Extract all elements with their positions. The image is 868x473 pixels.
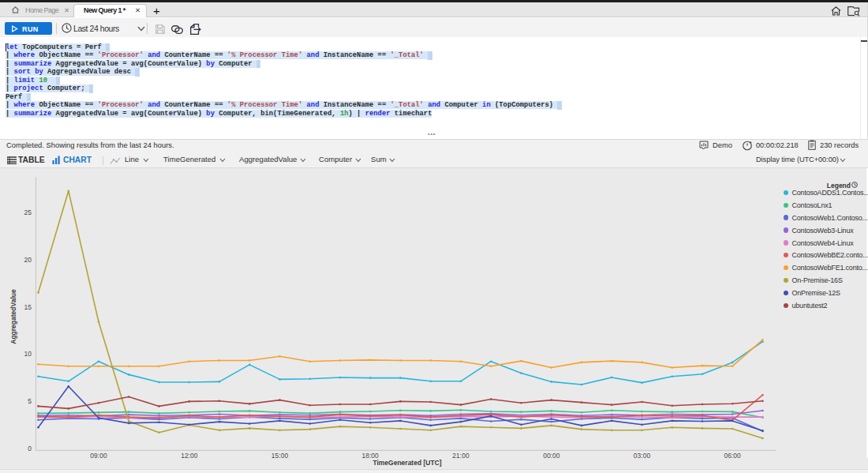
svg-text:20: 20 (24, 256, 32, 264)
svg-text:5: 5 (28, 397, 32, 405)
svg-text:00:00: 00:00 (543, 452, 560, 460)
svg-text:0: 0 (28, 445, 32, 452)
svg-text:15:00: 15:00 (271, 452, 289, 460)
svg-text:25: 25 (24, 208, 32, 216)
svg-text:15: 15 (24, 303, 32, 311)
svg-text:03:00: 03:00 (634, 452, 651, 460)
svg-text:09:00: 09:00 (90, 452, 107, 460)
svg-text:10: 10 (24, 350, 32, 358)
svg-text:06:00: 06:00 (724, 452, 742, 460)
svg-text:AggregatedValue: AggregatedValue (9, 289, 17, 344)
svg-text:18:00: 18:00 (362, 452, 380, 460)
svg-text:12:00: 12:00 (181, 452, 198, 460)
svg-text:21:00: 21:00 (452, 452, 470, 460)
svg-text:TimeGenerated [UTC]: TimeGenerated [UTC] (372, 459, 441, 467)
